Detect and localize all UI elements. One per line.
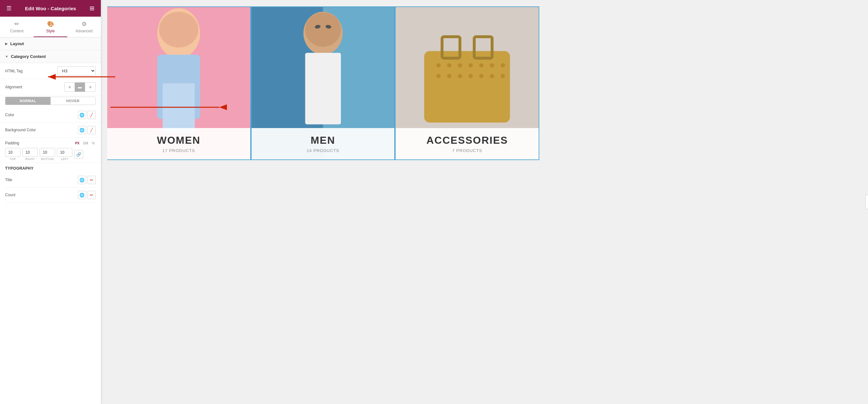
tab-content-label: Content bbox=[10, 29, 23, 33]
padding-top-wrap: TOP bbox=[5, 148, 21, 161]
typography-title-label: Title bbox=[5, 178, 75, 182]
categories-grid: WOMEN 17 PRODUCTS bbox=[107, 6, 539, 160]
typography-count-label: Count bbox=[5, 193, 75, 197]
tab-advanced-label: Advanced bbox=[75, 29, 93, 33]
svg-point-21 bbox=[458, 63, 462, 67]
category-content-section-label: Category Content bbox=[11, 54, 46, 59]
padding-bottom-input[interactable] bbox=[40, 148, 55, 157]
style-icon: 🎨 bbox=[47, 21, 54, 28]
svg-point-24 bbox=[490, 63, 494, 67]
svg-point-19 bbox=[437, 63, 441, 67]
padding-inputs: TOP RIGHT BOTTOM LEFT 🔗 bbox=[5, 148, 96, 161]
align-left-button[interactable]: ≡ bbox=[65, 83, 75, 92]
tab-style-label: Style bbox=[46, 29, 55, 33]
count-edit-button[interactable]: ✏ bbox=[87, 191, 96, 199]
top-bar: ☰ Edit Woo - Categories ⊞ bbox=[0, 0, 101, 17]
svg-point-27 bbox=[447, 74, 451, 78]
html-tag-control: H3 H1 H2 H4 H5 H6 div span p bbox=[57, 66, 96, 75]
background-color-field: Background Color 🌐 ╱ bbox=[0, 123, 101, 138]
padding-left-wrap: LEFT bbox=[57, 148, 72, 161]
padding-bottom-wrap: BOTTOM bbox=[40, 148, 55, 161]
padding-header: Padding PX EM % bbox=[5, 141, 96, 145]
layout-arrow-icon: ▶ bbox=[5, 42, 8, 45]
hover-toggle-button[interactable]: HOVER bbox=[51, 97, 96, 105]
tabs-bar: ✏ Content 🎨 Style ⚙ Advanced bbox=[0, 17, 101, 37]
padding-left-label: LEFT bbox=[61, 157, 68, 161]
svg-point-31 bbox=[490, 74, 494, 78]
category-overlay-men: MEN 14 PRODUCTS bbox=[252, 128, 395, 159]
color-global-button[interactable]: 🌐 bbox=[78, 111, 86, 119]
svg-point-12 bbox=[305, 12, 341, 47]
category-name-accessories: ACCESSORIES bbox=[401, 134, 533, 146]
svg-point-32 bbox=[501, 74, 505, 78]
padding-link-button[interactable]: 🔗 bbox=[74, 150, 83, 159]
unit-em-button[interactable]: EM bbox=[82, 141, 89, 145]
typography-section: Typography Title 🌐 ✏ Count 🌐 ✏ bbox=[0, 163, 101, 203]
align-right-button[interactable]: ≡ bbox=[85, 83, 95, 92]
unit-percent-button[interactable]: % bbox=[91, 141, 96, 145]
padding-right-label: RIGHT bbox=[25, 157, 35, 161]
tab-content[interactable]: ✏ Content bbox=[0, 17, 34, 37]
color-field: Color 🌐 ╱ bbox=[0, 107, 101, 123]
category-card-women[interactable]: WOMEN 17 PRODUCTS bbox=[107, 6, 251, 160]
padding-top-input[interactable] bbox=[5, 148, 21, 157]
svg-point-26 bbox=[437, 74, 441, 78]
category-content-arrow-icon: ▼ bbox=[5, 55, 8, 58]
color-control: 🌐 ╱ bbox=[78, 111, 96, 119]
category-name-women: WOMEN bbox=[112, 134, 245, 146]
category-count-women: 17 PRODUCTS bbox=[112, 148, 245, 153]
grid-icon[interactable]: ⊞ bbox=[88, 3, 96, 13]
category-name-men: MEN bbox=[257, 134, 390, 146]
page-title: Edit Woo - Categories bbox=[25, 6, 76, 11]
sidebar-collapse-handle[interactable]: ‹ bbox=[865, 195, 868, 209]
category-card-men[interactable]: MEN 14 PRODUCTS bbox=[251, 6, 395, 160]
svg-rect-6 bbox=[163, 83, 195, 133]
category-count-accessories: 7 PRODUCTS bbox=[401, 148, 533, 153]
typography-title-control: 🌐 ✏ bbox=[78, 176, 96, 184]
alignment-label: Alignment bbox=[5, 85, 62, 89]
bg-color-global-button[interactable]: 🌐 bbox=[78, 126, 86, 134]
canvas-area: WOMEN 17 PRODUCTS bbox=[101, 0, 868, 404]
unit-group: PX EM % bbox=[74, 141, 96, 145]
count-global-button[interactable]: 🌐 bbox=[78, 191, 86, 199]
color-clear-button[interactable]: ╱ bbox=[87, 111, 96, 119]
bg-color-clear-button[interactable]: ╱ bbox=[87, 126, 96, 134]
category-count-men: 14 PRODUCTS bbox=[257, 148, 390, 153]
title-edit-button[interactable]: ✏ bbox=[87, 176, 96, 184]
background-color-control: 🌐 ╱ bbox=[78, 126, 96, 134]
category-content-section-header[interactable]: ▼ Category Content bbox=[0, 50, 101, 63]
title-global-button[interactable]: 🌐 bbox=[78, 176, 86, 184]
layout-section-header[interactable]: ▶ Layout bbox=[0, 37, 101, 50]
category-overlay-accessories: ACCESSORIES 7 PRODUCTS bbox=[396, 128, 539, 159]
unit-px-button[interactable]: PX bbox=[74, 141, 80, 145]
align-center-button[interactable]: ▬ bbox=[75, 83, 85, 92]
svg-point-29 bbox=[469, 74, 473, 78]
padding-right-input[interactable] bbox=[22, 148, 38, 157]
category-card-accessories[interactable]: ACCESSORIES 7 PRODUCTS bbox=[395, 6, 539, 160]
svg-point-22 bbox=[469, 63, 473, 67]
svg-point-23 bbox=[479, 63, 484, 67]
padding-right-wrap: RIGHT bbox=[22, 148, 38, 161]
advanced-icon: ⚙ bbox=[82, 21, 87, 28]
svg-rect-16 bbox=[425, 51, 510, 122]
normal-toggle-button[interactable]: NORMAL bbox=[5, 97, 51, 105]
alignment-control: ≡ ▬ ≡ bbox=[64, 82, 96, 92]
normal-hover-toggle: NORMAL HOVER bbox=[5, 97, 96, 105]
menu-icon[interactable]: ☰ bbox=[5, 3, 13, 13]
html-tag-select[interactable]: H3 H1 H2 H4 H5 H6 div span p bbox=[57, 66, 96, 75]
background-color-label: Background Color bbox=[5, 128, 75, 132]
padding-top-label: TOP bbox=[9, 157, 16, 161]
typography-title: Typography bbox=[5, 166, 96, 170]
typography-title-field: Title 🌐 ✏ bbox=[5, 173, 96, 188]
align-group: ≡ ▬ ≡ bbox=[64, 82, 96, 92]
padding-field: Padding PX EM % TOP RIGHT BOTTOM LE bbox=[0, 138, 101, 163]
tab-advanced[interactable]: ⚙ Advanced bbox=[67, 17, 101, 37]
sidebar: ☰ Edit Woo - Categories ⊞ ✏ Content 🎨 St… bbox=[0, 0, 101, 404]
padding-label: Padding bbox=[5, 141, 19, 145]
svg-point-20 bbox=[447, 63, 451, 67]
tab-style[interactable]: 🎨 Style bbox=[34, 17, 67, 37]
svg-point-28 bbox=[458, 74, 462, 78]
padding-left-input[interactable] bbox=[57, 148, 72, 157]
typography-count-field: Count 🌐 ✏ bbox=[5, 188, 96, 203]
main-content: WOMEN 17 PRODUCTS bbox=[101, 0, 868, 404]
